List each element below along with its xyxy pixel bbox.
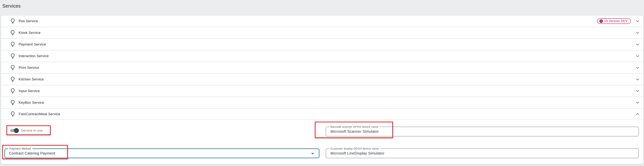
service-row-label: Interaction Service [18, 54, 49, 58]
barcode-scanner-input[interactable] [326, 127, 638, 136]
service-row-label: Payment Service [18, 42, 46, 46]
services-accordion: Pos Service UI Version DEV Kiosk Service… [1, 16, 643, 164]
service-row-label: Print Service [18, 66, 39, 70]
chevron-down-icon [635, 42, 640, 47]
chevron-down-icon [635, 65, 640, 70]
accordion-row-kiosk-service[interactable]: Kiosk Service [1, 27, 643, 38]
dropdown-arrow-icon [311, 153, 314, 154]
barcode-scanner-field: Barcode scanner OPOS device name [326, 127, 639, 136]
accordion-row-pos-service[interactable]: Pos Service UI Version DEV [1, 16, 643, 27]
service-row-label: Kitchen Service [18, 77, 44, 81]
toggle-thumb [14, 128, 19, 133]
chevron-down-icon [635, 76, 640, 82]
chevron-down-icon [635, 88, 640, 94]
status-badge: UI Version DEV [597, 18, 631, 24]
service-in-use-toggle[interactable]: Service in use [10, 127, 42, 134]
chevron-down-icon [635, 100, 640, 105]
payment-method-select-label: Payment Method [8, 147, 32, 150]
lightbulb-icon [10, 53, 16, 59]
lightbulb-icon [10, 30, 16, 36]
accordion-panel-fastcontractmeal: FastContractMeal Service Service in use … [1, 109, 643, 164]
accordion-row-interaction-service[interactable]: Interaction Service [1, 50, 643, 61]
lightbulb-icon [10, 100, 16, 106]
exclamation-icon [600, 19, 603, 23]
lightbulb-icon [10, 76, 16, 82]
payment-method-selected-value: Contract Catering Payment [5, 151, 55, 155]
accordion-row-fastcontractmeal-service[interactable]: FastContractMeal Service [1, 109, 643, 120]
customer-display-field-label: Customer display OPOS device name [329, 147, 380, 150]
lightbulb-icon [10, 64, 16, 71]
customer-display-input[interactable] [326, 149, 638, 158]
accordion-row-print-service[interactable]: Print Service [1, 62, 643, 73]
barcode-scanner-field-label: Barcode scanner OPOS device name [329, 125, 380, 128]
service-row-label: Pos Service [18, 19, 38, 23]
service-row-label: Kiosk Service [18, 31, 40, 35]
accordion-row-input-service[interactable]: Input Service [1, 86, 643, 97]
accordion-row-kitchen-service[interactable]: Kitchen Service [1, 74, 643, 85]
service-row-label: Input Service [18, 89, 40, 93]
customer-display-field: Customer display OPOS device name [326, 148, 639, 158]
lightbulb-icon [10, 41, 16, 47]
toggle-track [10, 129, 18, 132]
chevron-down-icon [635, 30, 640, 36]
fastcontractmeal-settings-form: Service in use Barcode scanner OPOS devi… [1, 120, 643, 164]
lightbulb-icon [10, 18, 16, 24]
status-badge-label: UI Version DEV [604, 19, 628, 23]
chevron-down-icon [635, 53, 640, 59]
page-title: Services [2, 3, 21, 9]
accordion-row-keybox-service[interactable]: KeyBox Service [1, 97, 643, 108]
accordion-row-payment-service[interactable]: Payment Service [1, 39, 643, 50]
service-row-label: FastContractMeal Service [18, 112, 60, 116]
service-in-use-label: Service in use [21, 129, 42, 133]
chevron-up-icon [635, 111, 640, 117]
service-row-label: KeyBox Service [18, 101, 44, 105]
chevron-down-icon [635, 18, 640, 24]
lightbulb-icon [10, 88, 16, 94]
lightbulb-icon [10, 111, 16, 117]
payment-method-select[interactable]: Payment Method Contract Catering Payment [4, 148, 320, 158]
